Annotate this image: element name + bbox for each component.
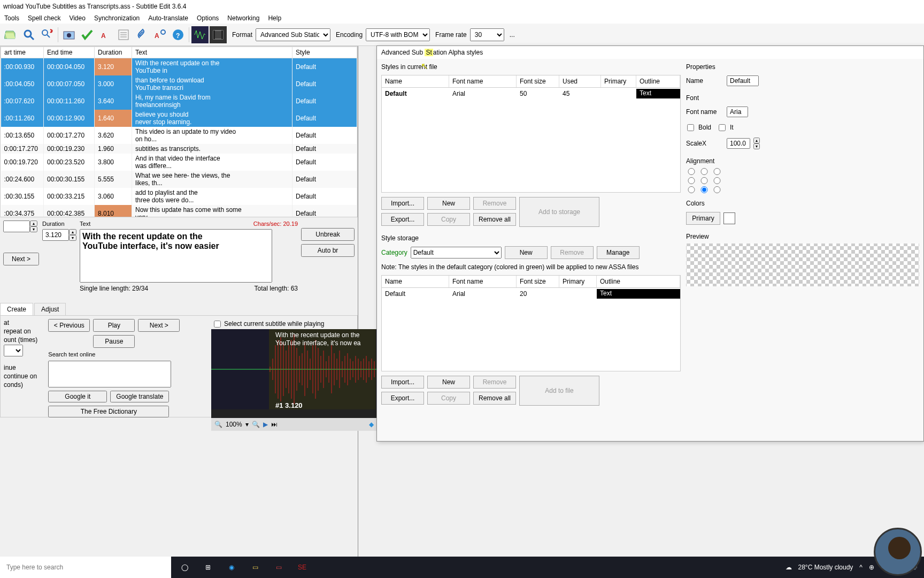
encoding-select[interactable]: UTF-8 with BOM bbox=[366, 28, 430, 41]
bold-checkbox[interactable] bbox=[687, 124, 694, 131]
copy-button[interactable]: Copy bbox=[427, 213, 470, 226]
settings-icon[interactable]: A bbox=[151, 26, 168, 43]
subtitle-table-wrap[interactable]: art time End time Duration Text Style :0… bbox=[0, 46, 358, 217]
open-icon[interactable] bbox=[2, 26, 19, 43]
menu-autotranslate[interactable]: Auto-translate bbox=[148, 14, 188, 22]
table-row[interactable]: :00:00.93000:00:04.0503.120With the rece… bbox=[1, 58, 357, 76]
previous-button[interactable]: < Previous bbox=[48, 319, 90, 332]
table-row[interactable]: :00:30.15500:00:33.2153.060add to playli… bbox=[1, 188, 357, 205]
zoom-dropdown-icon[interactable]: ▾ bbox=[245, 421, 249, 428]
align-ml[interactable] bbox=[686, 177, 697, 184]
style-row[interactable]: Default Arial 50 45 Text bbox=[382, 88, 680, 100]
task-view-icon[interactable]: ◯ bbox=[173, 557, 196, 578]
help-icon[interactable]: ? bbox=[170, 26, 187, 43]
table-row[interactable]: :00:34.37500:00:42.3858.010Now this upda… bbox=[1, 205, 357, 217]
attach-icon[interactable] bbox=[133, 26, 150, 43]
italic-checkbox[interactable] bbox=[719, 124, 726, 131]
menu-tools[interactable]: Tools bbox=[4, 14, 19, 22]
menu-help[interactable]: Help bbox=[268, 14, 281, 22]
google-it-button[interactable]: Google it bbox=[48, 391, 107, 402]
copy-button-2[interactable]: Copy bbox=[427, 392, 470, 405]
pause-button[interactable]: Pause bbox=[93, 335, 135, 348]
table-row[interactable]: :00:04.05000:00:07.0503.000than before t… bbox=[1, 75, 357, 93]
format-select[interactable]: Advanced Sub Station A bbox=[256, 28, 330, 41]
task-app1-icon[interactable]: ▭ bbox=[267, 557, 290, 578]
col-fontname[interactable]: Font name bbox=[449, 75, 517, 87]
menu-options[interactable]: Options bbox=[197, 14, 219, 22]
col-duration[interactable]: Duration bbox=[95, 47, 132, 58]
removeall-button-2[interactable]: Remove all bbox=[473, 392, 516, 405]
weather-icon[interactable]: ☁ bbox=[786, 564, 792, 571]
table-row[interactable]: :00:07.62000:00:11.2603.640Hi, my name i… bbox=[1, 93, 357, 110]
weather-text[interactable]: 28°C Mostly cloudy bbox=[798, 564, 853, 571]
waveform[interactable]: With the recent update on the YouTube in… bbox=[211, 329, 377, 431]
task-cortana-icon[interactable]: ⊞ bbox=[197, 557, 219, 578]
col-fontsize[interactable]: Font size bbox=[517, 75, 559, 87]
col-used[interactable]: Used bbox=[559, 75, 601, 87]
menu-video[interactable]: Video bbox=[69, 14, 85, 22]
task-edge-icon[interactable]: ◉ bbox=[220, 557, 243, 578]
align-mr[interactable] bbox=[712, 177, 722, 184]
add-storage-button[interactable]: Add to storage bbox=[519, 197, 599, 227]
scol-fontsize[interactable]: Font size bbox=[517, 276, 559, 287]
table-row[interactable]: :00:24.60000:00:30.1555.555What we see h… bbox=[1, 171, 357, 188]
find-icon[interactable] bbox=[20, 26, 37, 43]
styles-file-list[interactable]: Name Font name Font size Used Primary Ou… bbox=[381, 75, 681, 193]
text-input[interactable]: With the recent update on the YouTube in… bbox=[80, 229, 272, 283]
tab-create[interactable]: Create bbox=[0, 303, 33, 315]
subtitle-table[interactable]: art time End time Duration Text Style :0… bbox=[1, 47, 357, 217]
unbreak-button[interactable]: Unbreak bbox=[301, 228, 355, 241]
next-button[interactable]: Next > bbox=[3, 253, 39, 265]
scol-primary[interactable]: Primary bbox=[559, 276, 597, 287]
duration-spinner[interactable]: ▲▼ bbox=[42, 229, 76, 241]
tray-up-icon[interactable]: ^ bbox=[859, 564, 863, 571]
col-start[interactable]: art time bbox=[1, 47, 44, 58]
col-style[interactable]: Style bbox=[292, 47, 357, 58]
tab-adjust[interactable]: Adjust bbox=[34, 303, 66, 315]
zoom-out-icon[interactable]: 🔍 bbox=[214, 421, 222, 428]
primary-color-button[interactable]: Primary bbox=[686, 212, 720, 225]
table-row[interactable]: 0:00:19.72000:00:23.5203.800And in that … bbox=[1, 154, 357, 171]
next-button-2[interactable]: Next > bbox=[138, 319, 180, 332]
new-button[interactable]: New bbox=[427, 197, 470, 210]
align-mc[interactable] bbox=[699, 177, 710, 184]
free-dictionary-button[interactable]: The Free Dictionary bbox=[48, 406, 169, 417]
remove-button-2[interactable]: Remove bbox=[473, 376, 516, 389]
replace-icon[interactable] bbox=[38, 26, 56, 43]
table-row[interactable]: 0:00:17.27000:00:19.2301.960subtitles as… bbox=[1, 144, 357, 154]
count-select[interactable] bbox=[4, 345, 23, 356]
menu-sync[interactable]: Synchronization bbox=[94, 14, 140, 22]
google-translate-button[interactable]: Google translate bbox=[110, 391, 169, 402]
primary-color-swatch[interactable] bbox=[723, 212, 735, 224]
col-name[interactable]: Name bbox=[382, 75, 449, 87]
category-select[interactable]: Default bbox=[411, 247, 502, 258]
menu-networking[interactable]: Networking bbox=[227, 14, 259, 22]
slider-icon[interactable]: ◆ bbox=[369, 421, 374, 428]
table-row[interactable]: :00:11.26000:00:12.9001.640believe you s… bbox=[1, 110, 357, 127]
play-icon[interactable]: ▶ bbox=[263, 421, 268, 428]
fontname-input[interactable] bbox=[727, 107, 748, 117]
scol-outline[interactable]: Outline bbox=[597, 276, 680, 287]
col-outline[interactable]: Outline bbox=[636, 75, 680, 87]
export-button-2[interactable]: Export... bbox=[381, 392, 424, 405]
video-icon[interactable] bbox=[210, 26, 227, 43]
align-tl[interactable] bbox=[686, 168, 697, 175]
spin-unknown[interactable]: ▲▼ bbox=[3, 220, 39, 232]
waveform-icon[interactable] bbox=[191, 26, 209, 43]
storage-list[interactable]: Name Font name Font size Primary Outline… bbox=[381, 275, 681, 371]
storage-row[interactable]: Default Arial 20 Text bbox=[382, 288, 680, 300]
task-app2-icon[interactable]: SE bbox=[291, 557, 313, 578]
taskbar-search[interactable]: Type here to search bbox=[0, 557, 171, 578]
export-button[interactable]: Export... bbox=[381, 213, 424, 226]
task-explorer-icon[interactable]: ▭ bbox=[244, 557, 266, 578]
name-input[interactable] bbox=[727, 75, 759, 86]
align-tr[interactable] bbox=[712, 168, 722, 175]
col-text[interactable]: Text bbox=[132, 47, 292, 58]
spellcheck-icon[interactable]: A bbox=[97, 26, 114, 43]
import-button[interactable]: Import... bbox=[381, 197, 424, 210]
table-row[interactable]: :00:13.65000:00:17.2703.620This video is… bbox=[1, 127, 357, 144]
col-primary[interactable]: Primary bbox=[601, 75, 636, 87]
col-end[interactable]: End time bbox=[44, 47, 95, 58]
align-bc[interactable] bbox=[699, 186, 710, 193]
cat-remove-button[interactable]: Remove bbox=[551, 246, 594, 259]
